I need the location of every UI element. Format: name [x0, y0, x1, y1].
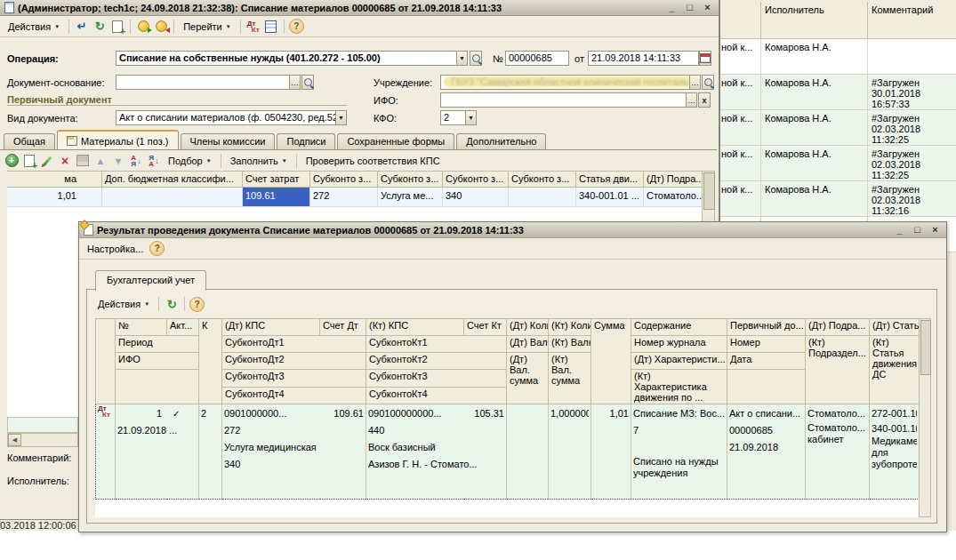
materials-table-row[interactable]: 1,01 109.61 272 Услуга ме... 340 340-001… — [7, 188, 702, 207]
base-document-ellipsis-button[interactable]: … — [289, 75, 301, 90]
horizontal-scrollbar[interactable]: ◀ — [7, 433, 78, 447]
podbor-menu-button[interactable]: Подбор ▼ — [164, 154, 216, 168]
sort-desc-button[interactable]: ЯА ↓ — [146, 153, 162, 168]
journal-row[interactable]: ной к... Комарова Н.А. #Загружен 02.03.2… — [718, 146, 956, 181]
scrollbar-thumb[interactable] — [920, 320, 931, 375]
marker-column-header[interactable] — [96, 319, 116, 404]
actions-menu-button[interactable]: Действия ▼ — [4, 20, 64, 34]
edit-row-button[interactable] — [39, 153, 55, 168]
help-button[interactable]: ? — [289, 19, 304, 34]
ifo-clear-button[interactable]: x — [698, 92, 711, 108]
column-header[interactable]: СубконтоДт2 — [222, 353, 366, 370]
write-document-button[interactable]: ↵ — [74, 19, 90, 34]
journal-row[interactable]: ной к... Комарова Н.А. #Загружен 30.01.2… — [718, 75, 956, 110]
dialog-vertical-scrollbar[interactable] — [919, 318, 931, 517]
journal-row[interactable]: ной к... Комарова Н.А. #Загружен 02.03.2… — [718, 110, 956, 146]
column-header[interactable]: (Кт) Валю — [549, 336, 591, 353]
column-header[interactable]: Субконто з... — [310, 171, 378, 188]
maximize-button[interactable]: □ — [683, 2, 696, 13]
posting-row[interactable]: ДтКт 1 ✓ 21.09.2018 ... 2 — [96, 404, 920, 500]
column-header[interactable]: Субконто з... — [509, 171, 576, 188]
end-edit-button[interactable] — [75, 153, 91, 168]
column-header[interactable]: СубконтоДт3 — [222, 370, 366, 388]
journal-row[interactable]: ной к... Комарова Н.А. #Загружен 02.03.2… — [718, 181, 956, 217]
column-header[interactable]: Номер журнала — [631, 336, 727, 353]
column-header[interactable]: (Кт) Статья движения ДС — [870, 336, 920, 404]
scroll-left-button[interactable]: ◀ — [8, 434, 21, 446]
post-document-button[interactable] — [135, 19, 151, 34]
operation-input[interactable]: Списание на собственные нужды (401.20.27… — [116, 51, 457, 66]
column-header[interactable]: № — [116, 319, 167, 336]
column-header[interactable]: Статья дви... — [576, 171, 644, 188]
refresh-button[interactable]: ↻ — [164, 297, 180, 312]
minimize-button[interactable]: _ — [665, 2, 679, 13]
column-header[interactable]: Счет затрат — [243, 171, 310, 188]
column-header[interactable]: СубконтоКт2 — [366, 353, 507, 370]
column-header[interactable]: СубконтоКт4 — [366, 387, 507, 404]
doc-kind-input[interactable]: Акт о списании материалов (ф. 0504230, р… — [116, 110, 336, 125]
copy-row-button[interactable] — [21, 153, 37, 168]
move-up-button[interactable]: ▲ — [92, 153, 108, 168]
column-header[interactable]: Сумма — [591, 319, 631, 404]
document-date-input[interactable]: 21.09.2018 14:11:33 — [588, 51, 699, 66]
column-header[interactable]: Период — [116, 336, 199, 353]
help-button[interactable]: ? — [189, 297, 205, 312]
tab-podpisi[interactable]: Подписи — [277, 133, 335, 150]
scrollbar-thumb[interactable] — [703, 172, 715, 210]
column-header[interactable]: (Дт) Характеристи... — [631, 353, 727, 370]
settings-menu-button[interactable]: Настройка... — [83, 242, 148, 256]
cell-statya[interactable]: 340-001.01 ... — [576, 188, 644, 207]
document-window-titlebar[interactable]: (Администратор; tech1c; 24.09.2018 21:32… — [0, 0, 719, 16]
journal-column-header-executor[interactable]: Исполнитель — [761, 2, 868, 39]
cell-dop-klassif[interactable] — [102, 188, 243, 207]
journal-column-header-clipped[interactable] — [718, 2, 761, 39]
column-header[interactable]: СубконтоКт1 — [366, 336, 507, 353]
close-button[interactable]: × — [928, 224, 942, 236]
close-button[interactable]: × — [701, 2, 714, 13]
column-header[interactable]: Номер — [727, 336, 806, 353]
institution-ellipsis-button[interactable]: … — [689, 75, 701, 90]
cell-subkonto4[interactable] — [509, 188, 576, 207]
column-header[interactable]: (Дт) Подра... — [806, 319, 870, 336]
actions-menu-button[interactable]: Действия ▼ — [93, 297, 154, 311]
column-header[interactable]: Счет Дт — [320, 319, 366, 336]
operation-search-button[interactable] — [470, 51, 482, 66]
column-header[interactable]: Дата — [727, 353, 806, 370]
column-header[interactable]: (Дт) КПС — [222, 319, 320, 336]
show-postings-button[interactable]: ДтКт — [245, 19, 261, 34]
dialog-titlebar[interactable]: Результат проведения документа Списание … — [79, 222, 946, 238]
unpost-document-button[interactable] — [153, 19, 169, 34]
column-header[interactable]: ма — [7, 171, 102, 188]
postings-report-button[interactable] — [263, 19, 279, 34]
doc-kind-dropdown-button[interactable]: ▼ — [335, 110, 347, 125]
column-header[interactable]: (Дт) Статья... — [870, 319, 920, 336]
column-header[interactable]: ИФО — [116, 353, 199, 370]
tab-materialy[interactable]: Материалы (1 поз.) — [57, 130, 179, 150]
cell-summa[interactable]: 1,01 — [7, 188, 102, 207]
date-calendar-button[interactable] — [699, 51, 711, 66]
cell-subkonto3[interactable]: 340 — [443, 188, 509, 207]
fill-menu-button[interactable]: Заполнить ▼ — [226, 154, 292, 168]
column-header[interactable]: Акт... — [167, 319, 199, 336]
column-header[interactable]: СубконтоКт3 — [366, 370, 507, 388]
institution-search-button[interactable] — [702, 75, 714, 90]
tab-chleny-komissii[interactable]: Члены комиссии — [181, 133, 276, 150]
copy-document-button[interactable] — [109, 19, 125, 34]
column-header[interactable]: Субконто з... — [378, 171, 443, 188]
kfo-dropdown-button[interactable]: ▼ — [465, 110, 477, 125]
column-header[interactable]: (Дт) Вал. сумма — [507, 353, 549, 404]
cell-podrazdelenie[interactable]: Стоматоло... — [644, 188, 702, 207]
column-header[interactable]: (Дт) Подра... — [644, 171, 702, 188]
cell-subkonto2[interactable]: Услуга ме... — [378, 188, 443, 207]
column-header[interactable]: (Кт) КПС — [366, 319, 464, 336]
column-header[interactable]: (Кт) Характеристика движения по ... — [631, 370, 727, 404]
column-header[interactable]: (Кт) Вал. сумма — [549, 353, 591, 404]
ifo-input[interactable] — [440, 92, 687, 108]
check-kps-button[interactable]: Проверить соответствия КПС — [301, 154, 445, 168]
sort-asc-button[interactable]: АЯ ↓ — [128, 153, 144, 168]
journal-column-header-comment[interactable]: Комментарий — [868, 2, 956, 39]
tab-sohranennye-formy[interactable]: Сохраненные формы — [337, 133, 454, 150]
column-header[interactable]: СубконтоДт1 — [222, 336, 366, 353]
tab-dopolnitelno[interactable]: Дополнительно — [456, 133, 546, 150]
kfo-input[interactable]: 2 — [440, 110, 466, 125]
